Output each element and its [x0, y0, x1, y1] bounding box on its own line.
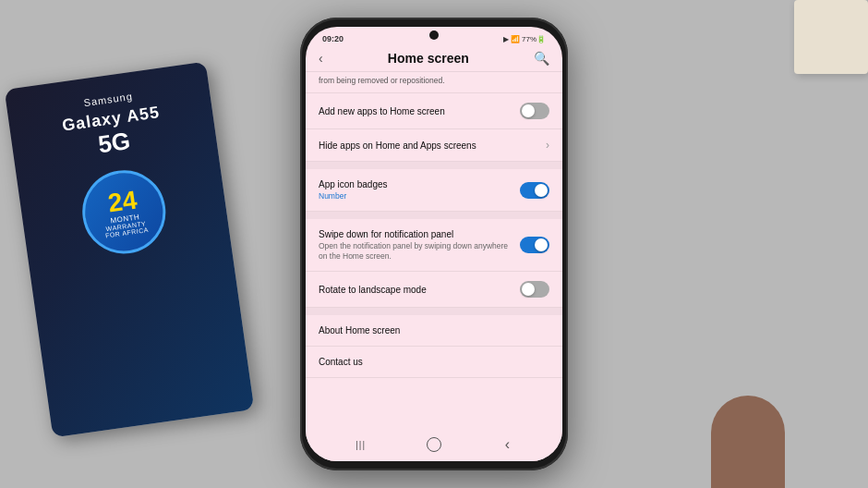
- app-icon-badges-subtitle: Number: [319, 191, 512, 201]
- hide-apps-content: Hide apps on Home and Apps screens: [319, 140, 546, 152]
- hand: [702, 396, 794, 488]
- warranty-badge: 24 MONTH WARRANTYFOR AFRICA: [77, 165, 171, 260]
- section-divider-1: [306, 162, 562, 169]
- page-title: Home screen: [388, 51, 469, 66]
- hand-shape: [711, 396, 785, 488]
- app-icon-badges-row[interactable]: App icon badges Number: [306, 169, 562, 212]
- rotate-title: Rotate to landscape mode: [319, 284, 512, 296]
- recent-apps-button[interactable]: |||: [352, 435, 370, 454]
- app-icon-badges-toggle[interactable]: [520, 182, 549, 199]
- add-apps-toggle[interactable]: [520, 103, 549, 119]
- divider-note: from being removed or repositioned.: [306, 72, 562, 93]
- swipe-down-row[interactable]: Swipe down for notification panel Open t…: [306, 219, 562, 272]
- app-icon-badges-content: App icon badges Number: [319, 178, 520, 201]
- phone-screen: 09:20 ▶ 📶 77%🔋 ‹ Home screen 🔍 from bein…: [306, 27, 562, 461]
- section-divider-3: [306, 308, 562, 315]
- status-time: 09:20: [322, 34, 344, 43]
- recent-apps-icon: |||: [356, 440, 366, 450]
- about-home-screen-label: About Home screen: [319, 325, 549, 336]
- top-nav: ‹ Home screen 🔍: [306, 47, 562, 72]
- bottom-nav: |||: [306, 428, 562, 461]
- battery-icon: 77%🔋: [522, 35, 546, 43]
- rotate-toggle[interactable]: [520, 281, 549, 298]
- camera-notch: [429, 30, 439, 40]
- hide-apps-row[interactable]: Hide apps on Home and Apps screens ›: [306, 129, 562, 162]
- top-right-object: [794, 0, 868, 74]
- hide-apps-chevron: ›: [546, 139, 549, 152]
- add-apps-title: Add new apps to Home screen: [319, 105, 512, 117]
- warranty-number: 24: [106, 187, 139, 216]
- add-apps-row[interactable]: Add new apps to Home screen: [306, 93, 562, 129]
- contact-us-label: Contact us: [319, 357, 549, 367]
- signal-icon: ▶: [503, 35, 509, 43]
- status-icons: ▶ 📶 77%🔋: [503, 35, 546, 43]
- about-home-screen-row[interactable]: About Home screen: [306, 315, 562, 347]
- status-bar: 09:20 ▶ 📶 77%🔋: [306, 27, 562, 47]
- swipe-down-toggle[interactable]: [520, 237, 549, 253]
- swipe-down-subtitle: Open the notification panel by swiping d…: [319, 241, 512, 262]
- samsung-brand: Samsung: [83, 91, 134, 108]
- back-button[interactable]: ‹: [319, 51, 323, 66]
- app-icon-badges-title: App icon badges: [319, 178, 512, 190]
- home-button[interactable]: [425, 435, 443, 454]
- swipe-down-title: Swipe down for notification panel: [319, 228, 512, 240]
- section-divider-2: [306, 212, 562, 219]
- search-icon[interactable]: 🔍: [534, 51, 549, 66]
- settings-content: from being removed or repositioned. Add …: [306, 72, 562, 428]
- rotate-row[interactable]: Rotate to landscape mode: [306, 272, 562, 308]
- samsung-variant: 5G: [96, 127, 132, 160]
- back-nav-button[interactable]: [498, 435, 516, 454]
- add-apps-content: Add new apps to Home screen: [319, 105, 520, 117]
- contact-us-row[interactable]: Contact us: [306, 347, 562, 378]
- phone-device: 09:20 ▶ 📶 77%🔋 ‹ Home screen 🔍 from bein…: [300, 18, 568, 470]
- wifi-icon: 📶: [511, 35, 520, 43]
- rotate-content: Rotate to landscape mode: [319, 284, 520, 296]
- hide-apps-title: Hide apps on Home and Apps screens: [319, 140, 538, 152]
- swipe-down-content: Swipe down for notification panel Open t…: [319, 228, 520, 262]
